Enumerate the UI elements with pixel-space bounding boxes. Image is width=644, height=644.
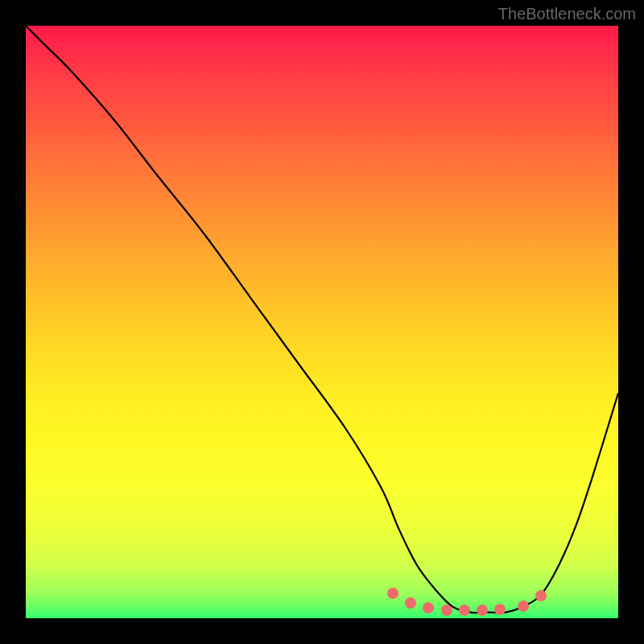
optimal-dot bbox=[423, 602, 434, 613]
optimal-dot bbox=[441, 605, 452, 616]
attribution-label: TheBottleneck.com bbox=[498, 5, 636, 23]
optimal-dot bbox=[459, 605, 470, 616]
optimal-dot bbox=[535, 590, 547, 601]
chart-plot-area bbox=[26, 26, 618, 618]
optimal-dot bbox=[477, 605, 488, 616]
optimal-dot bbox=[387, 588, 398, 599]
optimal-dot bbox=[405, 597, 416, 609]
optimal-range-dots bbox=[26, 26, 618, 618]
optimal-dot bbox=[494, 604, 506, 615]
optimal-dot bbox=[518, 601, 529, 612]
